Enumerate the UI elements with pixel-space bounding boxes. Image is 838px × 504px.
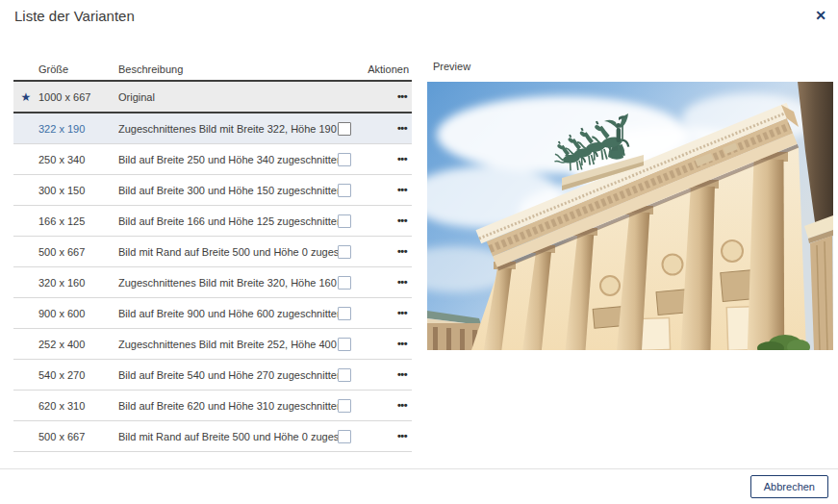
description-cell: Zugeschnittenes Bild mit Breite 252, Höh… [118, 339, 338, 350]
variant-checkbox[interactable] [338, 276, 351, 290]
star-icon: ★ [21, 90, 32, 104]
description-cell: Zugeschnittenes Bild mit Breite 320, Höh… [118, 277, 338, 289]
size-cell: 500 x 667 [38, 246, 118, 258]
variants-dialog: Liste der Varianten ✕ Größe Beschreibung… [0, 0, 838, 504]
description-cell: Original [118, 91, 338, 103]
size-cell: 300 x 150 [38, 185, 118, 196]
table-row[interactable]: ★ 1000 x 667 Original ••• [13, 82, 412, 113]
header-actions: Aktionen [359, 63, 412, 75]
preview-image [427, 82, 833, 350]
row-actions-button[interactable]: ••• [397, 339, 407, 349]
row-actions-button[interactable]: ••• [397, 400, 407, 411]
table-row[interactable]: 620 x 310 Bild auf Breite 620 und Höhe 3… [13, 391, 412, 421]
size-cell: 540 x 270 [38, 369, 118, 381]
description-cell: Bild auf Breite 540 und Höhe 270 zugesch… [118, 369, 338, 381]
variant-checkbox[interactable] [338, 430, 351, 443]
row-actions-button[interactable]: ••• [397, 369, 407, 380]
size-cell: 250 x 340 [38, 154, 118, 165]
dialog-title: Liste der Varianten [14, 8, 135, 24]
row-actions-button[interactable]: ••• [397, 277, 407, 288]
size-cell: 322 x 190 [38, 123, 118, 135]
variant-checkbox[interactable] [338, 307, 351, 320]
description-cell: Bild mit Rand auf Breite 500 und Höhe 0 … [118, 431, 338, 442]
size-cell: 900 x 600 [38, 308, 118, 319]
table-row[interactable]: 900 x 600 Bild auf Breite 900 und Höhe 6… [13, 298, 412, 329]
table-header-row: Größe Beschreibung Aktionen [13, 58, 412, 82]
row-actions-button[interactable]: ••• [397, 215, 407, 226]
description-cell: Bild auf Breite 900 und Höhe 600 zugesch… [118, 308, 338, 319]
row-actions-button[interactable]: ••• [397, 123, 407, 134]
description-cell: Bild auf Breite 300 und Höhe 150 zugesch… [118, 185, 338, 196]
table-row[interactable]: 166 x 125 Bild auf Breite 166 und Höhe 1… [13, 206, 412, 237]
variant-checkbox[interactable] [338, 122, 351, 136]
size-cell: 252 x 400 [38, 339, 118, 350]
variant-checkbox[interactable] [338, 245, 351, 259]
preview-label: Preview [433, 61, 470, 72]
description-cell: Bild auf Breite 620 und Höhe 310 zugesch… [118, 400, 338, 412]
description-cell: Bild auf Breite 250 und Höhe 340 zugesch… [118, 154, 338, 165]
description-cell: Bild mit Rand auf Breite 500 und Höhe 0 … [118, 246, 338, 258]
table-row[interactable]: 500 x 667 Bild mit Rand auf Breite 500 u… [13, 421, 412, 452]
table-rows: ★ 1000 x 667 Original ••• 322 x 190 Zuge… [13, 82, 412, 452]
row-actions-button[interactable]: ••• [397, 246, 407, 257]
size-cell: 500 x 667 [38, 431, 118, 442]
row-actions-button[interactable]: ••• [397, 431, 407, 441]
size-cell: 1000 x 667 [38, 91, 118, 103]
table-row[interactable]: 250 x 340 Bild auf Breite 250 und Höhe 3… [13, 144, 412, 175]
header-size: Größe [38, 63, 118, 75]
variant-checkbox[interactable] [338, 368, 351, 382]
variant-checkbox[interactable] [338, 153, 351, 166]
variant-checkbox[interactable] [338, 399, 351, 413]
cancel-button[interactable]: Abbrechen [750, 475, 828, 498]
footer-divider [0, 468, 838, 469]
size-cell: 166 x 125 [38, 215, 118, 227]
description-cell: Zugeschnittenes Bild mit Breite 322, Höh… [118, 123, 338, 135]
table-row[interactable]: 300 x 150 Bild auf Breite 300 und Höhe 1… [13, 175, 412, 206]
description-cell: Bild auf Breite 166 und Höhe 125 zugesch… [118, 215, 338, 227]
table-row[interactable]: 320 x 160 Zugeschnittenes Bild mit Breit… [13, 267, 412, 298]
size-cell: 620 x 310 [38, 400, 118, 412]
size-cell: 320 x 160 [38, 277, 118, 289]
row-actions-button[interactable]: ••• [397, 308, 407, 318]
row-actions-button[interactable]: ••• [397, 91, 407, 102]
variant-checkbox[interactable] [338, 338, 351, 351]
table-row[interactable]: 540 x 270 Bild auf Breite 540 und Höhe 2… [13, 360, 412, 391]
table-row[interactable]: 252 x 400 Zugeschnittenes Bild mit Breit… [13, 329, 412, 360]
close-icon[interactable]: ✕ [812, 7, 829, 24]
row-actions-button[interactable]: ••• [397, 154, 407, 164]
table-row[interactable]: 500 x 667 Bild mit Rand auf Breite 500 u… [13, 237, 412, 267]
variants-table: Größe Beschreibung Aktionen ★ 1000 x 667… [13, 58, 412, 452]
header-description: Beschreibung [118, 63, 338, 75]
variant-checkbox[interactable] [338, 214, 351, 228]
row-actions-button[interactable]: ••• [397, 185, 407, 195]
table-row[interactable]: 322 x 190 Zugeschnittenes Bild mit Breit… [13, 113, 412, 144]
variant-checkbox[interactable] [338, 184, 351, 197]
